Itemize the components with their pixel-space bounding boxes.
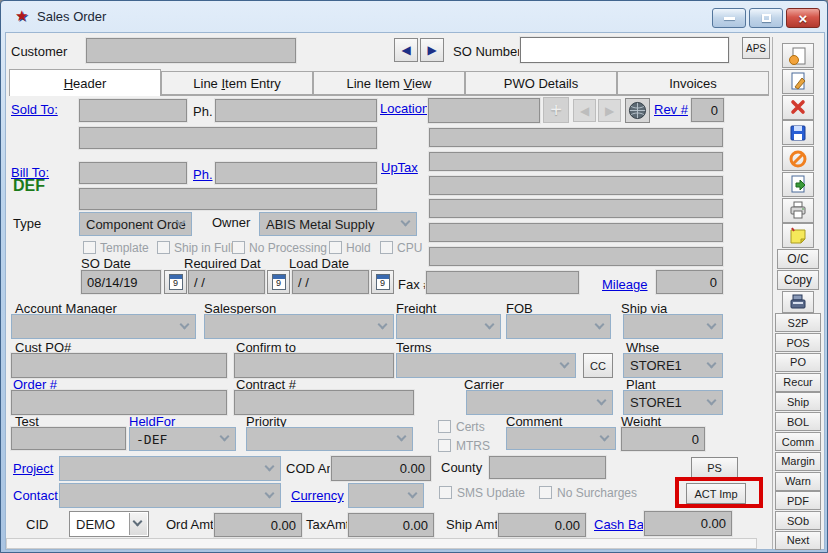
ship-address-line-input[interactable] (429, 152, 723, 171)
load-date-calendar-button[interactable]: 9 (371, 270, 394, 294)
cash-bal-input[interactable]: 0.00 (644, 511, 732, 536)
act-imp-button[interactable]: ACT Imp (686, 483, 746, 504)
currency-dropdown[interactable] (348, 483, 424, 508)
sidebar-button-margin[interactable]: Margin (775, 452, 821, 471)
cod-amt-input[interactable]: 0.00 (331, 456, 431, 481)
customer-input[interactable] (86, 38, 296, 63)
map-button[interactable] (625, 98, 650, 123)
save-button[interactable] (782, 120, 814, 145)
test-input[interactable] (11, 427, 126, 450)
oc-button[interactable]: O/C (777, 249, 819, 269)
priority-dropdown[interactable] (246, 427, 413, 451)
location-next-button[interactable]: ▶ (598, 99, 621, 122)
freight-dropdown[interactable] (396, 314, 501, 339)
type-dropdown[interactable]: Component Orde (79, 212, 192, 236)
ship-address-line-input[interactable] (429, 128, 723, 147)
ship-address-line-input[interactable] (429, 223, 723, 242)
order-number-input[interactable] (11, 390, 227, 415)
plant-dropdown[interactable]: STORE1 (623, 390, 723, 415)
mileage-input[interactable]: 0 (656, 270, 723, 294)
load-date-input[interactable]: / / (292, 270, 369, 294)
salesperson-dropdown[interactable] (204, 314, 394, 339)
cash-bal-link[interactable]: Cash Bal (594, 517, 647, 532)
print-button[interactable] (782, 198, 814, 223)
cpu-checkbox[interactable] (380, 241, 393, 254)
edit-button[interactable] (782, 69, 814, 94)
fax-input[interactable] (426, 271, 579, 294)
sidebar-button-next[interactable]: Next (775, 531, 821, 550)
aps-button[interactable]: APS (742, 37, 770, 59)
location-input[interactable] (428, 98, 540, 123)
carrier-dropdown[interactable] (466, 390, 613, 415)
cc-button[interactable]: CC (583, 353, 613, 378)
heldfor-dropdown[interactable]: -DEF (129, 427, 236, 451)
ship-address-line-input[interactable] (429, 199, 723, 218)
maximize-button[interactable] (749, 8, 783, 28)
prev-record-button[interactable]: ◀ (394, 38, 418, 62)
location-link[interactable]: Location (380, 101, 429, 116)
rev-number-link[interactable]: Rev # (654, 102, 688, 117)
sold-to-link[interactable]: Sold To: (11, 102, 58, 117)
ship-in-full-checkbox[interactable] (157, 241, 170, 254)
rev-number-input[interactable]: 0 (691, 98, 724, 122)
delete-button[interactable] (782, 95, 814, 120)
fob-dropdown[interactable] (506, 314, 611, 339)
sidebar-button-s2p[interactable]: S2P (775, 313, 821, 332)
uptax-link[interactable]: UpTax (381, 160, 418, 175)
mileage-link[interactable]: Mileage (602, 277, 648, 292)
terms-dropdown[interactable] (396, 353, 576, 378)
cash-register-button[interactable] (782, 291, 814, 313)
weight-input[interactable]: 0 (621, 427, 705, 451)
ship-address-line-input[interactable] (429, 176, 723, 195)
tab-header[interactable]: Header (9, 69, 161, 96)
ord-amt-input[interactable]: 0.00 (214, 513, 302, 537)
contact-link[interactable]: Contact (13, 488, 58, 503)
tab-line-item-view[interactable]: Line Item View (313, 71, 465, 95)
location-prev-button[interactable]: ◀ (573, 99, 596, 122)
ship-address-line-input[interactable] (429, 247, 723, 266)
owner-dropdown[interactable]: ABIS Metal Supply (259, 212, 417, 236)
certs-checkbox[interactable] (438, 420, 451, 433)
cid-dropdown[interactable]: DEMO (69, 511, 149, 537)
bill-to-phone-input[interactable] (215, 162, 377, 184)
confirm-to-input[interactable] (234, 353, 394, 378)
cust-po-input[interactable] (11, 353, 227, 378)
tab-line-item-entry[interactable]: Line Item Entry (161, 71, 313, 95)
contract-input[interactable] (234, 390, 414, 415)
note-button[interactable] (782, 223, 814, 248)
tab-pwo-details[interactable]: PWO Details (465, 71, 617, 95)
bill-to-address-input[interactable] (79, 188, 377, 210)
county-input[interactable] (489, 456, 606, 479)
no-processing-checkbox[interactable] (232, 241, 245, 254)
sidebar-button-po[interactable]: PO (775, 353, 821, 372)
ship-amt-input[interactable]: 0.00 (498, 513, 586, 537)
account-manager-dropdown[interactable] (11, 314, 196, 339)
project-link[interactable]: Project (13, 461, 53, 476)
project-dropdown[interactable] (59, 456, 281, 481)
whse-dropdown[interactable]: STORE1 (623, 353, 723, 378)
add-location-button[interactable]: + (543, 97, 569, 123)
minimize-button[interactable] (712, 8, 746, 28)
currency-link[interactable]: Currency (291, 488, 344, 503)
mtrs-checkbox[interactable] (438, 439, 451, 452)
required-date-input[interactable]: / / (188, 270, 265, 294)
titlebar[interactable]: ★ Sales Order × (1, 1, 827, 32)
hold-checkbox[interactable] (329, 241, 342, 254)
bill-to-name-input[interactable] (79, 162, 187, 184)
so-date-calendar-button[interactable]: 9 (164, 270, 187, 294)
next-record-button[interactable]: ▶ (420, 38, 444, 62)
sidebar-button-warn[interactable]: Warn (775, 472, 821, 491)
close-button[interactable]: × (786, 8, 820, 28)
so-date-input[interactable]: 08/14/19 (81, 270, 161, 294)
sidebar-button-ship[interactable]: Ship (775, 392, 821, 411)
tax-amt-input[interactable]: 0.00 (348, 513, 434, 537)
sidebar-button-comm[interactable]: Comm (775, 432, 821, 451)
comment-dropdown[interactable] (506, 427, 616, 450)
cancel-button[interactable] (782, 146, 814, 171)
sidebar-button-pdf[interactable]: PDF (775, 491, 821, 510)
so-number-input[interactable] (520, 37, 729, 63)
ps-button[interactable]: PS (691, 457, 738, 478)
ship-via-dropdown[interactable] (623, 314, 723, 339)
bill-to-phone-link[interactable]: Ph. (193, 167, 213, 182)
export-button[interactable] (782, 172, 814, 197)
